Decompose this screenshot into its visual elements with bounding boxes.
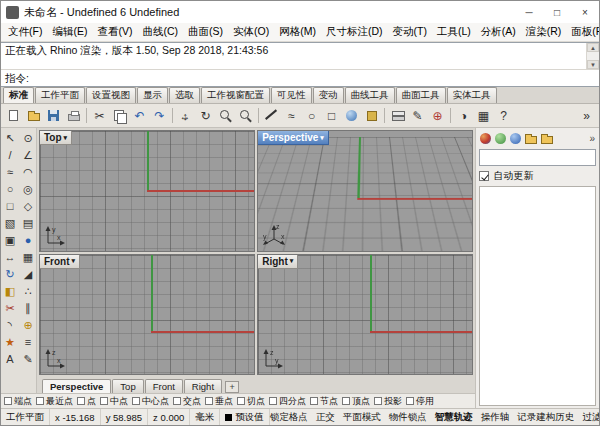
sidebar-tool-trim[interactable]: ✂ xyxy=(2,300,18,316)
print-button[interactable] xyxy=(64,106,83,125)
annotate-button[interactable]: ✎ xyxy=(408,106,427,125)
viewport-top-label[interactable]: Top ▾ xyxy=(40,131,72,145)
toggle-smarttrack[interactable]: 智慧轨迹 xyxy=(435,411,473,424)
command-scrollbar[interactable]: ▲ ▼ xyxy=(586,43,599,69)
menu-mesh[interactable]: 网格(M) xyxy=(274,24,321,40)
tab-transform[interactable]: 变动 xyxy=(313,87,344,103)
sidebar-tool-draft[interactable]: ✎ xyxy=(20,351,36,367)
open-file-button[interactable] xyxy=(24,106,43,125)
sidebar-tool-rectangle[interactable]: □ xyxy=(2,198,18,214)
viewport-perspective-label[interactable]: Perspective ▾ xyxy=(258,131,329,145)
tab-set-view[interactable]: 设置视图 xyxy=(86,87,136,103)
menu-analyze[interactable]: 分析(A) xyxy=(476,24,521,40)
osnap-knot[interactable]: 节点 xyxy=(310,395,338,408)
osnap-disable[interactable]: 停用 xyxy=(406,395,434,408)
osnap-vertex[interactable]: 顶点 xyxy=(342,395,370,408)
osnap-endpoint[interactable]: 端点 xyxy=(4,395,32,408)
menu-file[interactable]: 文件(F) xyxy=(3,24,47,40)
tab-viewport-layout[interactable]: 工作视窗配置 xyxy=(201,87,270,103)
tab-solid-tools[interactable]: 实体工具 xyxy=(447,87,497,103)
viewport-top[interactable]: Top ▾ y x xyxy=(39,130,255,252)
line-button[interactable] xyxy=(262,106,281,125)
sphere-button[interactable] xyxy=(342,106,361,125)
command-history[interactable]: 正在载入 Rhino 渲染，版本 1.50, Sep 28 2018, 21:4… xyxy=(1,43,599,70)
sidebar-tool-rotate[interactable]: ↻ xyxy=(2,266,18,282)
pan-view-button[interactable] xyxy=(176,106,195,125)
current-layer[interactable]: 预设值 xyxy=(220,409,270,425)
sidebar-tool-copy[interactable]: ▦ xyxy=(20,249,36,265)
sidebar-tool-box[interactable]: ▣ xyxy=(2,232,18,248)
close-button[interactable]: × xyxy=(571,1,599,23)
sidebar-tool-polyline[interactable]: ∠ xyxy=(20,147,36,163)
sidebar-tool-move[interactable]: ↔ xyxy=(2,249,18,265)
menu-curve[interactable]: 曲线(C) xyxy=(137,24,183,40)
osnap-midpoint[interactable]: 中点 xyxy=(100,395,128,408)
viewport-front[interactable]: Front ▾ z x xyxy=(39,254,255,376)
viewport-tab-perspective[interactable]: Perspective xyxy=(42,379,111,393)
viewport-right[interactable]: Right ▾ z y xyxy=(257,254,473,376)
panel-search-input[interactable] xyxy=(479,149,596,166)
gumball-button[interactable]: ⊕ xyxy=(428,106,447,125)
sidebar-tool-select[interactable]: ↖ xyxy=(2,130,18,146)
files-folder-icon[interactable] xyxy=(541,136,553,144)
osnap-point[interactable]: 点 xyxy=(77,395,96,408)
save-button[interactable] xyxy=(44,106,63,125)
sidebar-tool-surface[interactable]: ▧ xyxy=(2,215,18,231)
sidebar-tool-split[interactable]: ∥ xyxy=(20,300,36,316)
minimize-button[interactable]: ─ xyxy=(515,1,543,23)
copy-button[interactable] xyxy=(110,106,129,125)
sidebar-tool-sphere[interactable]: ● xyxy=(20,232,36,248)
viewport-tab-front[interactable]: Front xyxy=(145,379,183,393)
circle-button[interactable]: ○ xyxy=(302,106,321,125)
cut-button[interactable]: ✂ xyxy=(90,106,109,125)
toggle-ortho[interactable]: 正交 xyxy=(316,411,335,424)
menu-view[interactable]: 查看(V) xyxy=(92,24,137,40)
sidebar-tool-scale[interactable]: ◢ xyxy=(20,266,36,282)
sidebar-tool-text[interactable]: A xyxy=(2,351,18,367)
undo-button[interactable]: ↶ xyxy=(130,106,149,125)
rectangle-button[interactable]: □ xyxy=(322,106,341,125)
osnap-center[interactable]: 中心点 xyxy=(132,395,169,408)
tab-visibility[interactable]: 可见性 xyxy=(271,87,312,103)
menu-edit[interactable]: 编辑(E) xyxy=(47,24,92,40)
sidebar-tool-line[interactable]: / xyxy=(2,147,18,163)
osnap-perpendicular[interactable]: 垂点 xyxy=(205,395,233,408)
maximize-button[interactable]: □ xyxy=(543,1,571,23)
sidebar-tool-dimension[interactable]: ≡ xyxy=(20,334,36,350)
osnap-quadrant[interactable]: 四分点 xyxy=(269,395,306,408)
command-prompt[interactable]: 指令: xyxy=(1,70,599,86)
units-indicator[interactable]: 毫米 xyxy=(190,409,220,425)
menu-surface[interactable]: 曲面(S) xyxy=(183,24,228,40)
osnap-intersection[interactable]: 交点 xyxy=(173,395,201,408)
zoom-button[interactable] xyxy=(216,106,235,125)
tab-select[interactable]: 选取 xyxy=(169,87,200,103)
scroll-down-icon[interactable]: ▼ xyxy=(587,60,599,69)
sidebar-tool-mirror[interactable]: ◧ xyxy=(2,283,18,299)
zoom-extents-button[interactable] xyxy=(236,106,255,125)
osnap-tangent[interactable]: 切点 xyxy=(237,395,265,408)
toggle-planar[interactable]: 平面模式 xyxy=(343,411,381,424)
viewport-perspective[interactable]: Perspective ▾ z x xyxy=(257,130,473,252)
help-button[interactable]: ? xyxy=(494,106,513,125)
render-materials-tab-icon[interactable] xyxy=(480,133,491,144)
osnap-project[interactable]: 投影 xyxy=(374,395,402,408)
visibility-button[interactable]: ◑ xyxy=(454,106,473,125)
sidebar-tool-explode[interactable]: ★ xyxy=(2,334,18,350)
osnap-near[interactable]: 最近点 xyxy=(36,395,73,408)
sidebar-tool-circle[interactable]: ○ xyxy=(2,181,18,197)
tab-cplanes[interactable]: 工作平面 xyxy=(35,87,85,103)
menu-render[interactable]: 渲染(R) xyxy=(521,24,567,40)
menu-transform[interactable]: 变动(T) xyxy=(388,24,432,40)
menu-dimension[interactable]: 尺寸标注(D) xyxy=(321,24,388,40)
more-panels-icon[interactable]: » xyxy=(589,133,595,144)
curve-button[interactable]: ≈ xyxy=(282,106,301,125)
toggle-osnap[interactable]: 物件锁点 xyxy=(389,411,427,424)
sidebar-tool-fillet[interactable]: ◝ xyxy=(2,317,18,333)
sidebar-tool-curve[interactable]: ≈ xyxy=(2,164,18,180)
tab-surface-tools[interactable]: 曲面工具 xyxy=(396,87,446,103)
sidebar-tool-array[interactable]: ∴ xyxy=(20,283,36,299)
sidebar-tool-polygon[interactable]: ◇ xyxy=(20,198,36,214)
layers-button[interactable] xyxy=(388,106,407,125)
toggle-gumball[interactable]: 操作轴 xyxy=(481,411,510,424)
viewport-front-label[interactable]: Front ▾ xyxy=(40,255,80,269)
